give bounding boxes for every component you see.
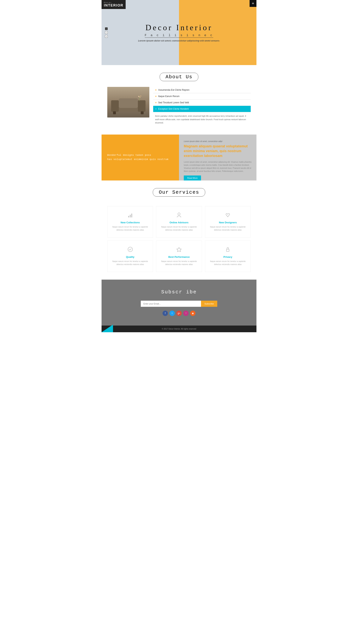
service-card-best-performance: Best Performance Itaque earum rerum hic … — [156, 240, 202, 272]
mid-banner-right: Lorem ipsum dolor sit amet, consectetur … — [179, 134, 257, 180]
svg-rect-2 — [138, 100, 146, 112]
sofa-decoration — [107, 87, 149, 118]
subscribe-form: Subscribe — [141, 301, 217, 307]
service-name-new-designers: New Designers — [209, 221, 247, 224]
about-content: + Assumenda Est Cliche Repren + Itaque E… — [107, 87, 251, 127]
slide-dot-3[interactable]: 3 — [105, 35, 108, 38]
logo-bottom: INTERIOR — [104, 4, 123, 8]
svg-rect-15 — [226, 249, 229, 252]
service-card-privacy: Privacy Itaque earum rerum hic tenetur a… — [205, 240, 251, 272]
svg-rect-12 — [131, 214, 132, 218]
svg-rect-10 — [128, 216, 129, 218]
svg-point-14 — [128, 247, 132, 252]
svg-rect-1 — [111, 100, 119, 112]
svg-point-8 — [140, 96, 141, 97]
service-desc-quality: Itaque earum rerum hic tenetur a sapient… — [111, 260, 149, 266]
logo-top: decor — [104, 2, 123, 4]
mid-right-small: Lorem ipsum dolor sit amet, consectetur … — [184, 140, 252, 142]
service-name-privacy: Privacy — [209, 256, 247, 258]
twitter-icon[interactable]: t — [169, 310, 175, 316]
hero-title: Decor Interior — [145, 23, 212, 32]
subscribe-title: Subscr ibe — [105, 289, 253, 295]
mid-banner: Wonderful designs taken posshas voluptat… — [101, 134, 257, 180]
mid-banner-left: Wonderful designs taken posshas voluptat… — [101, 134, 179, 180]
subscribe-section: Subscr ibe Subscribe f t g+ ♡ ◉ — [101, 280, 257, 326]
service-desc-online-advisors: Itaque earum rerum hic tenetur a sapient… — [160, 226, 198, 232]
new-designers-icon — [209, 212, 247, 219]
svg-rect-3 — [119, 98, 138, 108]
privacy-icon — [209, 246, 247, 254]
svg-rect-9 — [139, 97, 140, 101]
logo[interactable]: decor INTERIOR — [101, 0, 126, 9]
google-plus-icon[interactable]: g+ — [176, 310, 182, 316]
about-accordion: + Assumenda Est Cliche Repren + Itaque E… — [153, 87, 251, 127]
accordion-item-3[interactable]: + Sed Tincidunt Lorem Sed Velit — [153, 100, 251, 106]
service-name-new-collections: New Collections — [111, 221, 149, 224]
quality-icon — [111, 246, 149, 254]
service-card-new-designers: New Designers Itaque earum rerum hic ten… — [205, 206, 251, 238]
mid-right-body: Lorem ipsum dolor sit amet, consectetur … — [184, 160, 252, 173]
accordion-plus-4: − — [155, 107, 157, 110]
service-name-quality: Quality — [111, 256, 149, 258]
svg-point-13 — [178, 213, 180, 215]
slide-dot-1[interactable]: 1 — [105, 27, 108, 30]
slide-indicators: 1 2 3 — [105, 27, 108, 38]
hero-section: decor INTERIOR 1 2 3 + Decor Interior F … — [101, 0, 257, 65]
hero-overlay: Decor Interior F a c i l i s i s n e c L… — [101, 0, 257, 65]
accordion-plus-2: + — [155, 95, 157, 98]
accordion-plus-1: + — [155, 88, 157, 92]
footer-text: © 2017 Decor Interior. All rights reserv… — [162, 328, 196, 330]
facebook-icon[interactable]: f — [163, 310, 168, 316]
online-advisors-icon — [160, 212, 198, 219]
accordion-label-1: Assumenda Est Cliche Repren — [158, 88, 189, 91]
svg-point-7 — [138, 96, 139, 97]
social-icons: f t g+ ♡ ◉ — [105, 310, 253, 316]
accordion-plus-3: + — [155, 101, 157, 104]
subscribe-email-input[interactable] — [141, 301, 201, 307]
service-card-new-collections: New Collections Itaque earum rerum hic t… — [107, 206, 153, 238]
best-performance-icon — [160, 246, 198, 254]
service-desc-best-performance: Itaque earum rerum hic tenetur a sapient… — [160, 260, 198, 266]
about-section: About Us — [101, 65, 257, 134]
about-title: About Us — [160, 73, 199, 81]
mid-right-title: Magnam aliquam quaerat voluptatemut enim… — [184, 144, 252, 158]
service-card-quality: Quality Itaque earum rerum hic tenetur a… — [107, 240, 153, 272]
rss-icon[interactable]: ◉ — [190, 310, 195, 316]
accordion-item-2[interactable]: + Itaque Earum Rerum — [153, 93, 251, 100]
service-name-best-performance: Best Performance — [160, 256, 198, 258]
accordion-item-1[interactable]: + Assumenda Est Cliche Repren — [153, 87, 251, 93]
service-desc-privacy: Itaque earum rerum hic tenetur a sapient… — [209, 260, 247, 266]
service-desc-new-collections: Itaque earum rerum hic tenetur a sapient… — [111, 226, 149, 232]
accordion-label-4: Excepturi Sint Cliche Honderit — [158, 108, 189, 110]
slide-dot-2[interactable]: 2 — [105, 31, 108, 34]
service-card-online-advisors: Online Advisors Itaque earum rerum hic t… — [156, 206, 202, 238]
accordion-label-3: Sed Tincidunt Lorem Sed Velit — [158, 101, 189, 104]
about-image — [107, 87, 149, 118]
mid-left-text: Wonderful designs taken posshas voluptat… — [107, 153, 168, 162]
services-title: Our Services — [153, 188, 205, 196]
services-section: Our Services New Collections Itaque earu… — [101, 180, 257, 280]
new-collections-icon — [111, 212, 149, 219]
services-grid: New Collections Itaque earum rerum hic t… — [107, 206, 251, 272]
instagram-icon[interactable]: ♡ — [183, 310, 189, 316]
service-desc-new-designers: Itaque earum rerum hic tenetur a sapient… — [209, 226, 247, 232]
svg-rect-5 — [141, 112, 144, 114]
read-more-button[interactable]: Read More — [184, 176, 201, 180]
hero-subtitle: F a c i l i s i s n e c — [145, 34, 213, 37]
accordion-item-4[interactable]: − Excepturi Sint Cliche Honderit — [153, 106, 251, 112]
svg-rect-11 — [130, 215, 131, 218]
accordion-content: Anim pariatur cliche reprehenderit, enim… — [153, 112, 251, 127]
plus-button[interactable]: + — [250, 0, 257, 7]
svg-rect-4 — [113, 112, 116, 114]
sofa-svg — [109, 89, 147, 116]
footer: © 2017 Decor Interior. All rights reserv… — [101, 326, 257, 332]
accordion-label-2: Itaque Earum Rerum — [158, 95, 179, 98]
hero-description: Lorem ipsum dolor sit amet, consectetur … — [138, 40, 220, 42]
subscribe-button[interactable]: Subscribe — [201, 301, 217, 307]
service-name-online-advisors: Online Advisors — [160, 221, 198, 224]
